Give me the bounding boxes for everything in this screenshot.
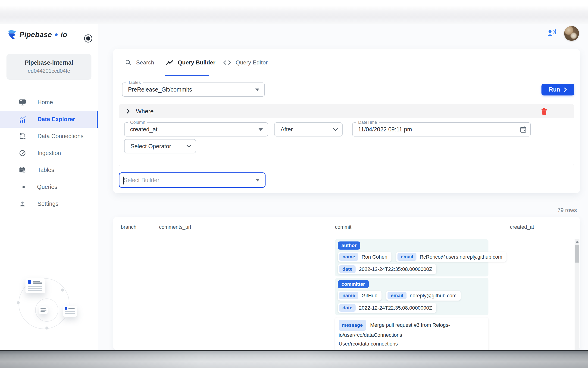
run-button[interactable]: Run (542, 84, 574, 95)
datetime-field-value: 11/04/2022 09:11 pm (352, 126, 412, 133)
author-email-pill: email RcRonco@users.noreply.github.com (396, 252, 507, 262)
committer-date-value: 2022-12-24T22:35:08.0000000Z (359, 305, 432, 311)
illustration-document (63, 306, 77, 317)
brand-name: Pipebase (19, 31, 52, 39)
brand-tld: io (61, 31, 67, 39)
column-header-branch: branch (121, 224, 136, 230)
chevron-down-icon (186, 145, 192, 148)
column-select-label: Column (128, 120, 147, 125)
row-count: 79 rows (557, 207, 577, 213)
where-title: Where (136, 108, 154, 115)
column-header-created-at: created_at (510, 224, 534, 230)
sidebar-nav: Home Data Explorer (0, 94, 98, 212)
sidebar-item-tables[interactable]: Tables (0, 162, 98, 178)
top-chrome-band (0, 0, 588, 24)
sidebar-item-data-connections[interactable]: Data Connections (0, 128, 98, 145)
sidebar-item-settings[interactable]: Settings (0, 195, 98, 212)
tab-label: Search (136, 59, 154, 66)
app-root: Pipebase io Pipebase-internal ed044201cc… (0, 0, 588, 368)
illustration-dot (17, 301, 20, 304)
condition-select-value: After (275, 126, 293, 133)
commit-cell: author name Ron Cohen email RcRonco@user… (335, 239, 488, 350)
author-date-pill: date 2022-12-24T22:35:08.0000000Z (338, 264, 436, 274)
operator-select[interactable]: Select Operator (124, 139, 196, 153)
name-key-chip: name (339, 253, 358, 261)
sidebar-item-label: Data Connections (37, 133, 84, 139)
email-key-chip: email (397, 253, 416, 261)
trash-icon[interactable] (541, 108, 548, 115)
datetime-field-label: DateTime (356, 120, 379, 125)
tab-query-builder[interactable]: Query Builder (166, 49, 216, 76)
tables-select-label: Tables (126, 80, 143, 85)
sidebar-item-label: Ingestion (37, 150, 61, 156)
user-avatar[interactable] (564, 26, 579, 41)
sidebar-item-label: Tables (37, 167, 54, 173)
calendar-icon[interactable] (520, 126, 527, 133)
query-tabs: Search Query Builder (113, 49, 580, 76)
scrollbar-thumb[interactable] (575, 245, 579, 263)
message-key-chip: message (339, 320, 366, 331)
tab-query-editor[interactable]: Query Editor (223, 49, 268, 76)
project-id: ed044201ccd04fe (28, 68, 70, 74)
author-email-value: RcRonco@users.noreply.github.com (420, 254, 502, 260)
email-key-chip: email (387, 292, 406, 299)
sidebar: Pipebase io Pipebase-internal ed044201cc… (0, 24, 98, 350)
column-header-comments-url: comments_url (159, 224, 191, 230)
committer-email-value: noreply@github.com (410, 293, 456, 299)
author-block: author name Ron Cohen email RcRonco@user… (335, 239, 488, 276)
brand-dot (55, 33, 58, 36)
table-scrollbar[interactable] (575, 239, 579, 350)
person-icon (17, 201, 28, 207)
datetime-field[interactable]: DateTime 11/04/2022 09:11 pm (352, 122, 531, 137)
author-name-pill: name Ron Cohen (338, 252, 391, 262)
illustration-document (26, 278, 45, 293)
date-key-chip: date (339, 304, 356, 312)
sidebar-item-label: Queries (37, 184, 57, 190)
sidebar-item-label: Settings (37, 201, 58, 207)
committer-chip: committer (338, 280, 369, 288)
tables-select-value: PreRelease_Git/commits (123, 86, 192, 93)
sidebar-item-data-explorer[interactable]: Data Explorer (0, 111, 98, 128)
angle-brackets-icon (223, 60, 231, 65)
query-panel: Search Query Builder (113, 49, 580, 193)
sidebar-item-queries[interactable]: Queries (0, 178, 98, 195)
tab-search[interactable]: Search (125, 49, 154, 76)
sidebar-toggle-icon[interactable] (84, 34, 93, 43)
active-tab-indicator (165, 75, 209, 76)
date-key-chip: date (339, 265, 356, 273)
where-header[interactable]: Where (119, 104, 574, 118)
operator-select-value: Select Operator (124, 143, 171, 150)
condition-select[interactable]: After (274, 122, 342, 137)
tables-select[interactable]: Tables PreRelease_Git/commits (122, 83, 265, 97)
author-chip: author (338, 241, 360, 249)
committer-name-pill: name GitHub (338, 291, 381, 301)
triangle-down-icon (255, 89, 259, 91)
scroll-up-icon[interactable] (576, 241, 579, 243)
name-key-chip: name (339, 292, 358, 299)
committer-date-pill: date 2022-12-24T22:35:08.0000000Z (338, 303, 436, 313)
builder-select[interactable] (119, 172, 265, 188)
tab-label: Query Builder (178, 59, 216, 66)
sidebar-item-label: Home (37, 99, 53, 106)
bar-chart-icon (17, 116, 28, 123)
voice-assist-icon[interactable] (547, 28, 557, 37)
column-select[interactable]: Column created_at (124, 122, 268, 137)
project-switcher[interactable]: Pipebase-internal ed044201ccd04fe (7, 54, 91, 80)
sidebar-item-ingestion[interactable]: Ingestion (0, 145, 98, 162)
dot-icon (21, 185, 26, 189)
committer-block: committer name GitHub email noreply@gith… (335, 278, 488, 315)
search-icon (125, 59, 132, 66)
illustration-dot (45, 327, 48, 330)
run-button-label: Run (549, 86, 560, 93)
author-date-value: 2022-12-24T22:35:08.0000000Z (359, 266, 432, 272)
header-divider (113, 236, 580, 236)
sidebar-illustration (15, 274, 81, 340)
builder-select-input[interactable] (119, 177, 245, 184)
chevron-down-icon (333, 128, 338, 131)
project-name: Pipebase-internal (25, 59, 73, 66)
sidebar-item-home[interactable]: Home (0, 94, 98, 111)
bottom-dock-band (0, 350, 588, 368)
calendar-check-icon (17, 167, 28, 174)
brand-logo-icon (7, 30, 17, 39)
author-name-value: Ron Cohen (362, 254, 387, 260)
